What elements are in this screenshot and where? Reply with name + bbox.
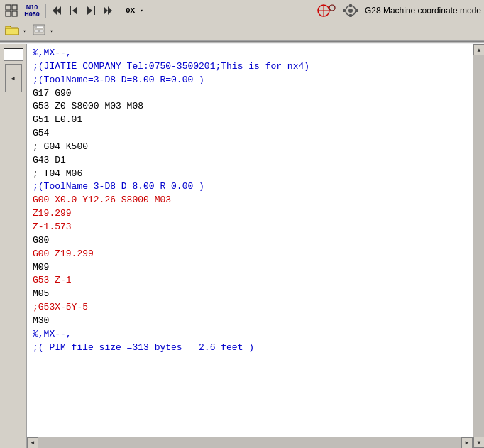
scroll-right-arrow: ► [466, 439, 469, 446]
code-line: ;(ToolName=3-D8 D=8.00 R=0.00 ) [33, 180, 467, 194]
grid-icon-btn[interactable] [3, 3, 20, 18]
scroll-left-arrow: ◄ [31, 439, 35, 446]
code-line: ; T04 M06 [33, 168, 467, 181]
separator-2 [119, 4, 119, 18]
move-right-right-btn[interactable] [100, 3, 116, 18]
skip-forward-icon [102, 5, 114, 16]
scroll-track-h[interactable] [38, 437, 461, 448]
code-line: Z19.299 [33, 207, 467, 221]
brain-icon-area [317, 2, 336, 19]
svg-rect-2 [6, 11, 11, 16]
status-area: G28 Machine coordinate mode [317, 2, 481, 19]
folder-icon [5, 23, 19, 36]
svg-rect-8 [94, 6, 95, 15]
svg-marker-10 [104, 6, 108, 15]
gear-connection-icon [341, 2, 361, 19]
code-line: M09 [33, 261, 467, 275]
svg-rect-1 [12, 5, 17, 10]
code-line: %,MX--, [33, 47, 467, 60]
sidebar-input[interactable] [4, 48, 23, 61]
sidebar-tab-1[interactable]: ◄ [5, 64, 22, 92]
code-line: %,MX--, [33, 328, 467, 342]
scrollbar-horizontal: ◄ ► [27, 437, 473, 448]
folder-dropdown[interactable]: ▾ [3, 23, 28, 40]
skip-back-icon [51, 5, 62, 16]
code-line [33, 354, 467, 367]
code-line: G54 [33, 127, 467, 141]
code-content[interactable]: %,MX--,;(JIATIE COMPANY Tel:0750-3500201… [27, 44, 473, 437]
left-sidebar: ◄ [0, 44, 27, 448]
h050-label: N10H050 [24, 4, 40, 18]
ox-dropdown-arrow: ▾ [138, 3, 145, 18]
svg-rect-0 [6, 5, 11, 10]
move-left-left-btn[interactable] [49, 3, 65, 18]
scroll-down-arrow: ▼ [478, 439, 481, 446]
separator-1 [45, 4, 46, 18]
scrollbar-vertical: ▲ ▼ [473, 44, 484, 448]
scroll-right-btn[interactable]: ► [461, 437, 473, 449]
folder-icon-area [4, 22, 21, 40]
ox-label: 0X [123, 6, 138, 16]
code-line: ;(ToolName=3-D8 D=8.00 R=0.00 ) [33, 74, 467, 87]
grid-icon [5, 4, 18, 17]
scroll-left-btn[interactable]: ◄ [27, 437, 38, 449]
code-line: G51 E0.01 [33, 114, 467, 127]
code-line: ; G04 K500 [33, 141, 467, 154]
settings-dropdown[interactable]: ▾ [30, 23, 55, 40]
code-line: ;( PIM file size =313 bytes 2.6 feet ) [33, 342, 467, 355]
code-line: Z-1.573 [33, 221, 467, 234]
ox-dropdown[interactable]: 0X ▾ [122, 3, 145, 18]
svg-marker-4 [53, 6, 57, 15]
svg-rect-21 [356, 9, 358, 12]
code-line: G00 X0.0 Y12.26 S8000 M03 [33, 194, 467, 207]
settings-icon-area [31, 22, 48, 40]
h050-icon-btn[interactable]: N10H050 [21, 3, 43, 18]
editor-area: %,MX--,;(JIATIE COMPANY Tel:0750-3500201… [27, 44, 473, 448]
settings-icon [32, 23, 46, 36]
step-forward-icon [85, 5, 97, 16]
svg-point-15 [329, 5, 335, 11]
scroll-down-btn[interactable]: ▼ [473, 437, 484, 448]
code-line: G43 D1 [33, 154, 467, 168]
toolbar-1: N10H050 0X ▾ [0, 0, 484, 21]
folder-dropdown-arrow: ▾ [21, 23, 28, 39]
svg-rect-6 [70, 6, 71, 15]
svg-rect-18 [349, 4, 352, 7]
code-line: G53 Z-1 [33, 274, 467, 288]
svg-marker-7 [72, 6, 77, 15]
code-line: G00 Z19.299 [33, 248, 467, 261]
settings-dropdown-arrow: ▾ [48, 23, 55, 39]
svg-marker-9 [87, 6, 92, 15]
toolbar-2: ▾ ▾ [0, 21, 484, 41]
gear-icon [341, 2, 361, 19]
main-area: ◄ %,MX--,;(JIATIE COMPANY Tel:0750-35002… [0, 44, 484, 448]
code-line: ;(JIATIE COMPANY Tel:0750-3500201;This i… [33, 60, 467, 74]
brain-icon [317, 2, 336, 19]
svg-marker-11 [108, 6, 112, 15]
move-left-btn[interactable] [66, 3, 82, 18]
code-line: G53 Z0 S8000 M03 M08 [33, 100, 467, 114]
svg-rect-19 [349, 14, 352, 17]
move-right-btn[interactable] [83, 3, 99, 18]
code-line: M30 [33, 315, 467, 328]
svg-rect-20 [343, 9, 346, 12]
svg-marker-5 [57, 6, 61, 15]
step-back-icon [68, 5, 79, 16]
scroll-up-arrow: ▲ [478, 47, 481, 53]
code-line: M05 [33, 288, 467, 301]
code-line: G17 G90 [33, 87, 467, 101]
svg-point-17 [348, 9, 353, 13]
svg-rect-3 [12, 11, 17, 16]
status-text: G28 Machine coordinate mode [365, 6, 481, 16]
code-line: ;G53X-5Y-5 [33, 301, 467, 315]
scroll-track-v[interactable] [473, 55, 484, 437]
scroll-up-btn[interactable]: ▲ [473, 44, 484, 55]
sidebar-tab-1-label: ◄ [10, 75, 16, 82]
code-line: G80 [33, 234, 467, 248]
